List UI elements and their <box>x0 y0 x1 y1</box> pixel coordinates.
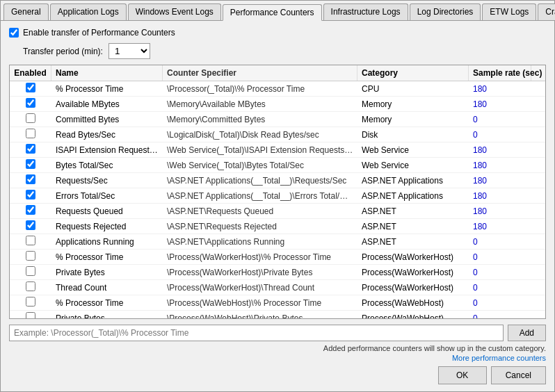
tabs-bar: GeneralApplication LogsWindows Event Log… <box>1 1 554 21</box>
table-header: Enabled Name Counter Specifier Category … <box>10 65 545 81</box>
row-rate: 0 <box>469 251 531 263</box>
counters-table: Enabled Name Counter Specifier Category … <box>9 65 546 319</box>
bottom-buttons: OK Cancel <box>9 366 546 384</box>
row-rate: 0 <box>469 281 531 294</box>
row-checkbox[interactable] <box>26 266 35 276</box>
col-header-specifier: Counter Specifier <box>163 65 357 81</box>
row-enabled-cell <box>10 219 51 234</box>
add-button[interactable]: Add <box>508 325 546 341</box>
row-checkbox[interactable] <box>26 159 35 169</box>
tab-etw-logs[interactable]: ETW Logs <box>482 3 536 20</box>
row-rate: 0 <box>469 113 531 126</box>
add-counter-input[interactable] <box>9 325 504 341</box>
row-checkbox[interactable] <box>26 174 35 184</box>
table-row: Applications Running\ASP.NET\Application… <box>10 234 545 250</box>
ok-button[interactable]: OK <box>438 366 487 384</box>
row-checkbox[interactable] <box>26 312 35 318</box>
table-row: Errors Total/Sec\ASP.NET Applications(__… <box>10 188 545 204</box>
table-body: % Processor Time\Processor(_Total)\% Pro… <box>10 81 545 318</box>
row-rate: 180 <box>469 144 531 156</box>
row-enabled-cell <box>10 265 51 279</box>
enable-label: Enable transfer of Performance Counters <box>23 28 175 38</box>
row-checkbox[interactable] <box>26 190 35 199</box>
row-category: Process(WaWebHost) <box>357 297 469 309</box>
tab-infra-logs[interactable]: Infrastructure Logs <box>323 3 408 20</box>
row-specifier: \Memory\Available MBytes <box>163 98 357 111</box>
row-rate: 180 <box>469 98 531 111</box>
row-specifier: \Processor(_Total)\% Processor Time <box>163 83 357 95</box>
row-checkbox[interactable] <box>26 144 35 154</box>
row-category: CPU <box>357 83 469 95</box>
row-rate: 180 <box>469 205 531 218</box>
row-checkbox[interactable] <box>26 113 35 123</box>
tab-perf-counters[interactable]: Performance Counters <box>223 4 322 21</box>
table-row: ISAPI Extension Requests/...\Web Service… <box>10 142 545 158</box>
row-checkbox[interactable] <box>26 129 35 138</box>
transfer-select[interactable]: 1 5 10 <box>108 43 150 59</box>
row-specifier: \Process(WaWorkerHost)\Private Bytes <box>163 266 357 279</box>
row-checkbox[interactable] <box>26 98 35 108</box>
col-header-rate: Sample rate (sec) <box>469 65 531 81</box>
row-rate: 180 <box>469 174 531 187</box>
row-name: Read Bytes/Sec <box>51 129 163 141</box>
cancel-button[interactable]: Cancel <box>491 366 546 384</box>
tab-win-event[interactable]: Windows Event Logs <box>128 3 221 20</box>
row-checkbox[interactable] <box>26 236 35 245</box>
row-specifier: \Memory\Committed Bytes <box>163 113 357 126</box>
more-link[interactable]: More performance counters <box>9 354 546 362</box>
enable-row: Enable transfer of Performance Counters <box>9 28 546 38</box>
row-category: Web Service <box>357 144 469 156</box>
row-enabled-cell <box>10 234 51 249</box>
row-enabled-cell <box>10 188 51 203</box>
transfer-row: Transfer period (min): 1 5 10 <box>23 43 546 59</box>
tab-log-dirs[interactable]: Log Directories <box>410 3 481 20</box>
row-checkbox[interactable] <box>26 281 35 291</box>
row-specifier: \Web Service(_Total)\Bytes Total/Sec <box>163 159 357 172</box>
row-specifier: \ASP.NET Applications(__Total__)\Request… <box>163 174 357 187</box>
main-window: GeneralApplication LogsWindows Event Log… <box>0 0 555 392</box>
row-enabled-cell <box>10 295 51 310</box>
row-checkbox[interactable] <box>26 205 35 215</box>
row-checkbox[interactable] <box>26 83 35 92</box>
row-name: Applications Running <box>51 236 163 248</box>
tab-app-logs[interactable]: Application Logs <box>50 3 127 20</box>
row-category: ASP.NET Applications <box>357 174 469 187</box>
row-category: ASP.NET <box>357 236 469 248</box>
table-row: Committed Bytes\Memory\Committed BytesMe… <box>10 112 545 127</box>
row-enabled-cell <box>10 311 51 318</box>
row-name: ISAPI Extension Requests/... <box>51 144 163 156</box>
row-rate: 0 <box>469 236 531 248</box>
row-specifier: \ASP.NET Applications(__Total__)\Errors … <box>163 190 357 202</box>
row-rate: 0 <box>469 297 531 309</box>
row-category: Process(WaWorkerHost) <box>357 266 469 279</box>
row-enabled-cell <box>10 204 51 218</box>
row-category: Memory <box>357 98 469 111</box>
table-row: % Processor Time\Processor(_Total)\% Pro… <box>10 81 545 97</box>
table-row: Read Bytes/Sec\LogicalDisk(_Total)\Disk … <box>10 127 545 142</box>
row-name: Errors Total/Sec <box>51 190 163 202</box>
table-row: % Processor Time\Process(WaWebHost)\% Pr… <box>10 295 545 311</box>
row-enabled-cell <box>10 280 51 295</box>
row-specifier: \ASP.NET\Requests Queued <box>163 205 357 218</box>
row-name: Thread Count <box>51 281 163 294</box>
row-checkbox[interactable] <box>26 220 35 230</box>
row-name: Private Bytes <box>51 312 163 319</box>
row-category: Process(WaWebHost) <box>357 312 469 319</box>
row-category: Web Service <box>357 159 469 172</box>
row-specifier: \ASP.NET\Applications Running <box>163 236 357 248</box>
row-name: % Processor Time <box>51 297 163 309</box>
row-category: ASP.NET Applications <box>357 190 469 202</box>
tab-general[interactable]: General <box>3 3 49 20</box>
row-name: Private Bytes <box>51 266 163 279</box>
enable-checkbox[interactable] <box>9 28 19 38</box>
row-specifier: \ASP.NET\Requests Rejected <box>163 220 357 233</box>
row-category: ASP.NET <box>357 220 469 233</box>
table-row: Available MBytes\Memory\Available MBytes… <box>10 97 545 112</box>
tab-crash-dumps[interactable]: Crash Dumps <box>538 3 555 20</box>
row-enabled-cell <box>10 142 51 157</box>
col-header-enabled: Enabled <box>10 65 51 81</box>
row-checkbox[interactable] <box>26 297 35 307</box>
table-row: Requests Rejected\ASP.NET\Requests Rejec… <box>10 219 545 234</box>
row-category: ASP.NET <box>357 205 469 218</box>
row-checkbox[interactable] <box>26 251 35 261</box>
